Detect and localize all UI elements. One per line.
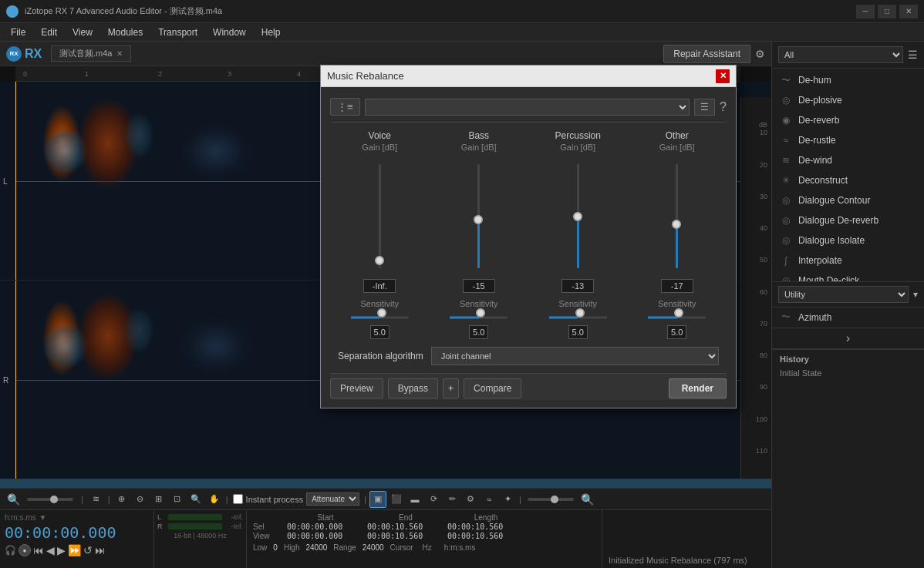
module-item-dialogue-isolate[interactable]: ◎ Dialogue Isolate bbox=[772, 230, 924, 250]
spectro-blob-l-4 bbox=[123, 113, 154, 159]
eraser-tool[interactable]: ⚙ bbox=[462, 491, 479, 508]
db-mark-100: 100 bbox=[743, 415, 770, 447]
render-button[interactable]: Render bbox=[669, 378, 727, 398]
db-mark-50: 50 bbox=[743, 256, 770, 287]
sep-algo-label: Separation algorithm bbox=[338, 351, 423, 361]
percussion-slider-thumb[interactable] bbox=[573, 212, 582, 221]
tab-close-icon[interactable]: ✕ bbox=[116, 49, 123, 58]
dialog-close-button[interactable]: ✕ bbox=[716, 69, 730, 83]
module-item-mouth-de-click[interactable]: ◎ Mouth De-click bbox=[772, 271, 924, 281]
zoom-out-time[interactable]: ⊖ bbox=[132, 491, 149, 508]
skip-end-button[interactable]: ⏭ bbox=[95, 544, 106, 556]
brush-tool[interactable]: ✏ bbox=[443, 491, 460, 508]
dialogue-isolate-icon: ◎ bbox=[780, 234, 792, 247]
loop-button[interactable]: ↺ bbox=[83, 544, 93, 556]
headphone-button[interactable]: 🎧 bbox=[5, 545, 16, 556]
freq-zoom-slider[interactable] bbox=[528, 498, 574, 501]
playhead-l bbox=[15, 82, 16, 280]
waveform-scrollbar[interactable] bbox=[0, 479, 771, 488]
settings-icon[interactable]: ⚙ bbox=[755, 48, 765, 60]
bypass-button[interactable]: Bypass bbox=[388, 378, 438, 398]
record-button[interactable]: ● bbox=[19, 544, 31, 556]
time-select-tool[interactable]: ⬛ bbox=[388, 491, 405, 508]
repair-assistant-button[interactable]: Repair Assistant bbox=[663, 45, 750, 63]
menu-window[interactable]: Window bbox=[205, 23, 254, 42]
maximize-button[interactable]: □ bbox=[878, 5, 896, 18]
right-panel-header: All ☰ bbox=[772, 42, 924, 69]
waveform-mode-button[interactable]: ≋ bbox=[88, 491, 105, 508]
close-button[interactable]: ✕ bbox=[899, 5, 918, 18]
play-button[interactable]: ▶ bbox=[57, 544, 66, 556]
bass-sens-slider[interactable] bbox=[450, 311, 508, 324]
other-slider-thumb[interactable] bbox=[672, 220, 681, 229]
menu-help[interactable]: Help bbox=[254, 23, 288, 42]
skip-back-button[interactable]: ⏮ bbox=[33, 544, 44, 556]
minimize-button[interactable]: ─ bbox=[856, 5, 875, 18]
module-item-dialogue-contour[interactable]: ◎ Dialogue Contour bbox=[772, 190, 924, 210]
zoom-sel[interactable]: ⊡ bbox=[169, 491, 186, 508]
utility-expand-icon[interactable]: ▾ bbox=[913, 289, 918, 300]
dialog-help-button[interactable]: ? bbox=[720, 100, 727, 114]
rect-select-tool[interactable]: ▣ bbox=[369, 491, 386, 508]
voice-sens-thumb[interactable] bbox=[377, 308, 386, 318]
right-panel-menu-icon[interactable]: ☰ bbox=[908, 49, 918, 61]
zoom-out-button[interactable]: 🔍 bbox=[5, 493, 22, 506]
module-item-de-reverb[interactable]: ◉ De-reverb bbox=[772, 110, 924, 130]
time-value: 00:00:00.000 bbox=[5, 523, 149, 542]
other-sens-slider[interactable] bbox=[648, 311, 706, 324]
module-item-deconstruct[interactable]: ✳ Deconstruct bbox=[772, 170, 924, 190]
dialog-eq-button[interactable]: ⋮≡ bbox=[330, 98, 360, 116]
module-item-de-rustle[interactable]: ≈ De-rustle bbox=[772, 130, 924, 150]
zoom-max-button[interactable]: 🔍 bbox=[578, 493, 596, 506]
zoom-slider[interactable] bbox=[27, 498, 73, 501]
utility-select[interactable]: Utility bbox=[778, 286, 909, 303]
next-button[interactable]: ⏩ bbox=[68, 544, 81, 556]
compare-button[interactable]: Compare bbox=[464, 378, 521, 398]
lasso-tool[interactable]: ≈ bbox=[481, 491, 497, 508]
prev-button[interactable]: ◀ bbox=[46, 544, 55, 556]
meter-r-row: R -Inf. bbox=[157, 523, 243, 530]
freq-select-tool[interactable]: ▬ bbox=[406, 491, 423, 508]
perc-sens-slider[interactable] bbox=[549, 311, 607, 324]
module-filter-select[interactable]: All bbox=[778, 46, 903, 63]
file-tab[interactable]: 测试音频.m4a ✕ bbox=[51, 45, 131, 62]
module-item-dialogue-de-reverb[interactable]: ◎ Dialogue De-reverb bbox=[772, 210, 924, 230]
azimuth-item[interactable]: 〜 Azimuth bbox=[772, 308, 924, 328]
module-item-de-hum[interactable]: 〜 De-hum bbox=[772, 70, 924, 90]
preview-button[interactable]: Preview bbox=[330, 378, 383, 398]
instant-process-checkbox[interactable] bbox=[233, 494, 243, 504]
menu-modules[interactable]: Modules bbox=[100, 23, 150, 42]
scroll-thumb[interactable] bbox=[0, 479, 771, 488]
module-item-de-wind[interactable]: ≋ De-wind bbox=[772, 150, 924, 170]
magic-wand[interactable]: ✦ bbox=[499, 491, 516, 508]
bass-sens-thumb[interactable] bbox=[476, 308, 485, 318]
harm-select-tool[interactable]: ⟳ bbox=[425, 491, 442, 508]
module-item-de-plosive[interactable]: ◎ De-plosive bbox=[772, 90, 924, 110]
db-mark-label: dB bbox=[743, 97, 770, 129]
zoom-in-time[interactable]: ⊕ bbox=[113, 491, 130, 508]
dialog-preset-select[interactable] bbox=[365, 99, 690, 116]
range-val: 24000 bbox=[363, 543, 384, 552]
perc-sens-thumb[interactable] bbox=[575, 308, 585, 318]
menu-file[interactable]: File bbox=[3, 23, 33, 42]
process-mode-select[interactable]: Attenuate bbox=[306, 492, 359, 506]
menu-transport[interactable]: Transport bbox=[150, 23, 205, 42]
search-tool[interactable]: 🔍 bbox=[187, 491, 204, 508]
expand-icon[interactable]: › bbox=[846, 331, 850, 345]
module-item-interpolate[interactable]: ∫ Interpolate bbox=[772, 250, 924, 271]
dialog-preset-menu[interactable]: ☰ bbox=[694, 99, 715, 116]
menu-view[interactable]: View bbox=[65, 23, 100, 42]
voice-sens-slider[interactable] bbox=[351, 311, 409, 324]
history-initial-state[interactable]: Initial State bbox=[780, 367, 916, 379]
voice-slider-thumb[interactable] bbox=[375, 256, 384, 265]
hand-tool[interactable]: ✋ bbox=[206, 491, 223, 508]
sep-algo-select[interactable]: Joint channel Independent channel bbox=[431, 347, 719, 365]
logo-text: RX bbox=[25, 47, 42, 61]
zoom-fit[interactable]: ⊞ bbox=[150, 491, 167, 508]
other-sens-thumb[interactable] bbox=[674, 308, 683, 318]
plus-button[interactable]: + bbox=[443, 378, 459, 398]
menu-edit[interactable]: Edit bbox=[33, 23, 65, 42]
bass-channel: Bass Gain [dB] -15 bbox=[437, 130, 521, 293]
bass-slider-thumb[interactable] bbox=[474, 215, 483, 224]
other-value: -17 bbox=[661, 279, 693, 293]
